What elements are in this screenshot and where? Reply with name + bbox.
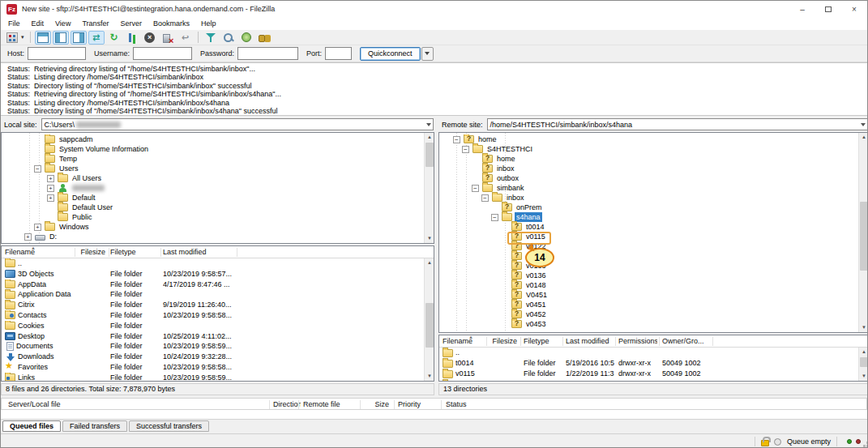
file-row[interactable]: FavoritesFile folder10/23/2019 9:58:58..…	[2, 362, 424, 373]
refresh-button[interactable]	[106, 31, 122, 45]
tree-item[interactable]: Temp	[2, 154, 424, 164]
tab-queued-files[interactable]: Queued files	[2, 420, 61, 432]
maximize-button[interactable]	[815, 1, 841, 17]
file-row[interactable]: AppDataFile folder4/17/2019 8:47:46 ...	[2, 279, 424, 290]
collapse-icon[interactable]: −	[34, 165, 41, 173]
menu-view[interactable]: View	[49, 19, 76, 28]
file-row[interactable]: ..	[2, 258, 424, 269]
collapse-icon[interactable]: −	[491, 214, 498, 221]
collapse-icon[interactable]: −	[453, 136, 460, 143]
filter-button[interactable]	[203, 31, 219, 45]
chevron-down-icon[interactable]	[861, 123, 866, 126]
expand-icon[interactable]: +	[47, 175, 54, 182]
tree-item[interactable]: v0148	[439, 280, 858, 290]
scroll-thumb[interactable]	[860, 202, 868, 271]
queue-column-status[interactable]: Status	[446, 400, 478, 408]
file-row[interactable]: DocumentsFile folder10/23/2019 9:58:59..…	[2, 341, 424, 352]
local-site-combo[interactable]: C:\Users\	[41, 118, 434, 130]
quickconnect-button[interactable]: Quickconnect	[360, 47, 421, 61]
toggle-log-button[interactable]	[35, 31, 51, 45]
queue-column-priority[interactable]: Priority	[398, 400, 425, 408]
tree-item[interactable]: v0453	[439, 319, 858, 329]
file-row[interactable]: ContactsFile folder10/23/2019 9:58:58...	[2, 310, 424, 321]
scroll-up-icon[interactable]: ▲	[859, 348, 868, 356]
toggle-queue-button[interactable]	[88, 31, 105, 45]
scroll-thumb[interactable]	[860, 357, 868, 367]
tree-item[interactable]: t0014	[439, 222, 858, 232]
username-input[interactable]	[133, 47, 192, 60]
scroll-thumb[interactable]	[425, 143, 434, 167]
local-list-scrollbar[interactable]: ▲ ▼	[424, 258, 434, 381]
scroll-down-icon[interactable]: ▼	[425, 234, 434, 243]
column-header-last-modified[interactable]: Last modified	[566, 337, 614, 345]
remote-tree-scrollbar[interactable]: ▲ ▼	[858, 133, 868, 332]
tree-item[interactable]: −S4HTESTHCI	[439, 144, 858, 154]
lock-icon[interactable]	[761, 440, 769, 446]
collapse-icon[interactable]: −	[472, 185, 479, 192]
tree-item[interactable]: outbox	[439, 173, 858, 183]
file-row[interactable]: t0014File folder5/19/2016 10:5...drwxr-x…	[439, 358, 858, 369]
cancel-button[interactable]	[142, 31, 158, 45]
column-header-filesize[interactable]: Filesize	[76, 248, 105, 256]
tree-item[interactable]: +Default	[2, 193, 424, 203]
column-header-filetype[interactable]: Filetype	[110, 248, 157, 256]
file-row[interactable]: v0122File folderdrwxr-xr-x50049 1002	[439, 379, 858, 381]
tree-item[interactable]: +All Users	[2, 173, 424, 183]
tree-item[interactable]: v0115	[439, 232, 858, 241]
remote-site-combo[interactable]: /home/S4HTESTHCI/simbank/inbox/s4hana	[487, 118, 868, 130]
file-row[interactable]: Application DataFile folder	[2, 289, 424, 300]
menu-edit[interactable]: Edit	[26, 19, 50, 28]
tree-item[interactable]: v0451	[439, 300, 858, 309]
tree-item[interactable]: home	[439, 154, 858, 164]
column-header-filesize[interactable]: Filesize	[488, 337, 517, 345]
tree-item-selected[interactable]: −s4hana	[439, 212, 858, 222]
file-row[interactable]: CitrixFile folder9/19/2019 11:26:40...	[2, 300, 424, 310]
file-row[interactable]: DownloadsFile folder10/24/2019 9:32:28..…	[2, 352, 424, 362]
scroll-up-icon[interactable]: ▲	[425, 258, 434, 267]
queue-column-server-local-file[interactable]: Server/Local file	[8, 400, 105, 408]
disconnect-button[interactable]	[160, 31, 176, 45]
column-header-owner-gro[interactable]: Owner/Gro...	[662, 337, 709, 345]
close-button[interactable]: ×	[841, 1, 867, 17]
menu-transfer[interactable]: Transfer	[76, 19, 114, 28]
tab-failed-transfers[interactable]: Failed transfers	[62, 420, 127, 432]
menu-bookmarks[interactable]: Bookmarks	[148, 19, 195, 28]
directory-comparison-button[interactable]	[220, 31, 237, 45]
site-manager-dropdown[interactable]: ▾	[21, 34, 24, 41]
speed-limit-icon[interactable]	[774, 438, 781, 446]
column-header-filetype[interactable]: Filetype	[524, 337, 561, 345]
toggle-local-tree-button[interactable]	[53, 31, 69, 45]
expand-icon[interactable]: +	[47, 185, 54, 192]
scroll-up-icon[interactable]: ▲	[425, 133, 434, 142]
tree-item[interactable]: −Users	[2, 164, 424, 173]
menu-help[interactable]: Help	[195, 19, 222, 28]
tree-item[interactable]: +D:	[2, 232, 424, 241]
scroll-thumb[interactable]	[425, 303, 434, 348]
site-manager-button[interactable]	[4, 31, 20, 45]
scroll-up-icon[interactable]: ▲	[859, 133, 868, 142]
chevron-down-icon[interactable]	[426, 123, 431, 126]
file-row[interactable]: CookiesFile folder	[2, 321, 424, 331]
tree-item[interactable]: sappcadm	[2, 134, 424, 144]
tab-successful-transfers[interactable]: Successful transfers	[129, 420, 209, 432]
scroll-down-icon[interactable]: ▼	[859, 323, 868, 332]
process-queue-button[interactable]	[124, 31, 140, 45]
queue-column-direction[interactable]: Direction	[273, 400, 301, 408]
file-row[interactable]: DesktopFile folder10/25/2019 4:11:02...	[2, 331, 424, 342]
column-header-last-modified[interactable]: Last modified	[163, 248, 234, 256]
reconnect-button[interactable]	[177, 31, 194, 45]
tree-item[interactable]: Default User	[2, 203, 424, 212]
minimize-button[interactable]: –	[789, 1, 815, 17]
column-header-filename[interactable]: Filename	[5, 248, 75, 256]
tree-item[interactable]: −simbank	[439, 183, 858, 193]
tree-item[interactable]: inbox	[439, 164, 858, 173]
resize-grip[interactable]	[863, 445, 866, 447]
menu-file[interactable]: File	[2, 19, 26, 28]
quickconnect-dropdown[interactable]	[421, 47, 434, 61]
tree-item[interactable]: v0452	[439, 309, 858, 319]
file-row[interactable]: ..	[439, 348, 858, 358]
tree-item[interactable]: v01	[439, 251, 858, 261]
password-input[interactable]	[237, 47, 298, 60]
tree-item[interactable]: v0133	[439, 261, 858, 271]
scroll-down-icon[interactable]: ▼	[425, 372, 434, 381]
